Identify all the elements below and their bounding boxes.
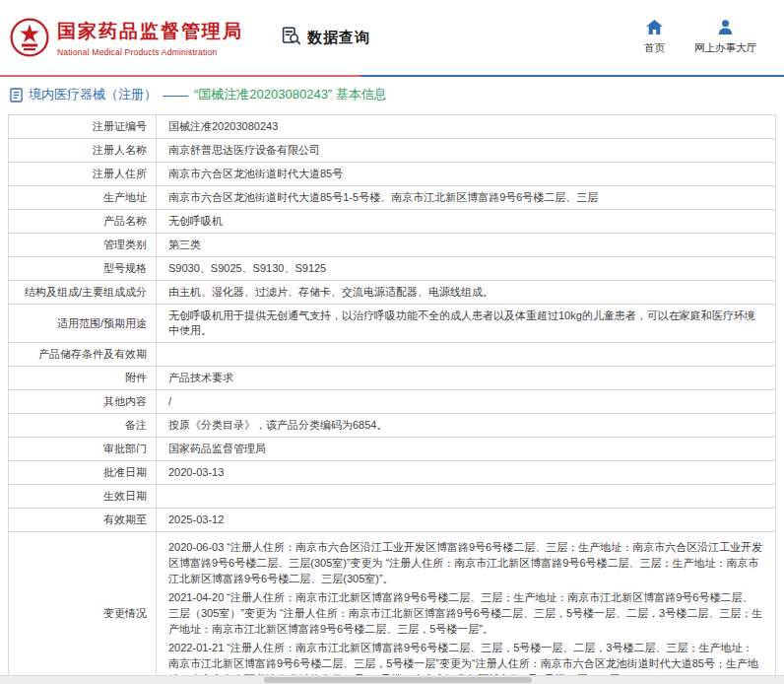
field-label: 结构及组成/主要组成成分 <box>9 281 157 305</box>
table-row: 变更情况2020-06-03 “注册人住所：南京市六合区沿江工业开发区博富路9号… <box>9 532 776 684</box>
site-title-block: 国家药品监督管理局 National Medical Products Admi… <box>57 19 243 57</box>
horizontal-scrollbar[interactable] <box>0 675 784 684</box>
person-icon <box>717 20 734 38</box>
field-value: 南京市六合区龙池街道时代大道85号1-5号楼、南京市江北新区博富路9号6号楼二层… <box>157 186 776 210</box>
table-row: 有效期至2025-03-12 <box>9 509 776 532</box>
table-row: 生效日期 <box>9 485 776 509</box>
field-value <box>157 343 776 367</box>
table-row: 审批部门国家药品监督管理局 <box>9 438 776 461</box>
breadcrumb-category[interactable]: 境内医疗器械（注册） <box>29 86 157 103</box>
home-icon <box>646 20 663 38</box>
field-label: 产品储存条件及有效期 <box>9 343 157 367</box>
nav-home-label: 首页 <box>644 41 665 55</box>
table-row: 管理类别第三类 <box>9 234 776 257</box>
table-row: 附件产品技术要求 <box>9 367 776 390</box>
site-header: 国家药品监督管理局 National Medical Products Admi… <box>0 0 784 75</box>
table-row: 批准日期2020-03-13 <box>9 461 776 485</box>
field-value <box>157 485 776 509</box>
field-value: 南京舒普思达医疗设备有限公司 <box>157 139 776 163</box>
table-row: 生产地址南京市六合区龙池街道时代大道85号1-5号楼、南京市江北新区博富路9号6… <box>9 186 776 210</box>
field-value: 由主机、湿化器、过滤片、存储卡、交流电源适配器、电源线组成。 <box>157 281 776 305</box>
field-value: 第三类 <box>157 234 776 257</box>
national-emblem-icon <box>10 18 49 57</box>
field-label: 注册人住所 <box>9 163 157 186</box>
page: 国家药品监督管理局 National Medical Products Admi… <box>0 0 784 684</box>
breadcrumb-separator: —— <box>163 88 188 103</box>
table-row: 适用范围/预期用途无创呼吸机用于提供无创通气支持，以治疗呼吸功能不全的成人患者以… <box>9 305 776 343</box>
field-label: 审批部门 <box>9 438 157 461</box>
field-value: 无创呼吸机 <box>157 210 776 234</box>
scrollbar-thumb[interactable] <box>264 677 532 683</box>
field-label: 变更情况 <box>9 532 157 684</box>
field-value: 南京市六合区龙池街道时代大道85号 <box>157 163 776 186</box>
table-row: 注册证编号国械注准20203080243 <box>9 115 776 139</box>
field-value: 无创呼吸机用于提供无创通气支持，以治疗呼吸功能不全的成人患者以及体重超过10kg… <box>157 305 776 343</box>
table-row: 产品名称无创呼吸机 <box>9 210 776 234</box>
table-row: 注册人住所南京市六合区龙池街道时代大道85号 <box>9 163 776 186</box>
nav-service-hall-label: 网上办事大厅 <box>694 41 756 55</box>
field-label: 附件 <box>9 367 157 390</box>
table-row: 型号规格S9030、S9025、S9130、S9125 <box>9 257 776 281</box>
data-query-label: 数据查询 <box>307 29 370 47</box>
field-label: 批准日期 <box>9 461 157 485</box>
field-label: 管理类别 <box>9 234 157 257</box>
field-value: 2020-03-13 <box>157 461 776 485</box>
breadcrumb-current: “国械注准20203080243” 基本信息 <box>194 86 387 103</box>
table-row: 其他内容/ <box>9 390 776 414</box>
field-value: 国家药品监督管理局 <box>157 438 776 461</box>
field-label: 注册人名称 <box>9 139 157 163</box>
data-query-tab[interactable]: 数据查询 <box>281 26 370 50</box>
field-value: 产品技术要求 <box>157 367 776 390</box>
field-value: 国械注准20203080243 <box>157 115 776 139</box>
site-title: 国家药品监督管理局 <box>57 19 243 44</box>
field-label: 生效日期 <box>9 485 157 509</box>
table-row: 注册人名称南京舒普思达医疗设备有限公司 <box>9 139 776 163</box>
info-table: 注册证编号国械注准20203080243注册人名称南京舒普思达医疗设备有限公司注… <box>8 114 776 684</box>
field-label: 生产地址 <box>9 186 157 210</box>
field-value: S9030、S9025、S9130、S9125 <box>157 257 776 281</box>
table-row: 产品储存条件及有效期 <box>9 343 776 367</box>
breadcrumb: 境内医疗器械（注册） —— “国械注准20203080243” 基本信息 <box>0 77 784 110</box>
field-label: 有效期至 <box>9 509 157 532</box>
info-table-body: 注册证编号国械注准20203080243注册人名称南京舒普思达医疗设备有限公司注… <box>9 115 776 684</box>
nmpa-logo[interactable]: 国家药品监督管理局 National Medical Products Admi… <box>10 18 243 57</box>
field-label: 备注 <box>9 414 157 438</box>
nav-service-hall[interactable]: 网上办事大厅 <box>694 20 756 55</box>
table-row: 备注按原《分类目录》，该产品分类编码为6854。 <box>9 414 776 438</box>
field-label: 注册证编号 <box>9 115 157 139</box>
data-query-icon <box>281 26 301 50</box>
field-label: 产品名称 <box>9 210 157 234</box>
top-navigation: 首页 网上办事大厅 <box>644 20 770 55</box>
field-label: 其他内容 <box>9 390 157 414</box>
field-value: 按原《分类目录》，该产品分类编码为6854。 <box>157 414 776 438</box>
field-label: 适用范围/预期用途 <box>9 305 157 343</box>
document-icon <box>10 88 23 103</box>
field-value: 2020-06-03 “注册人住所：南京市六合区沿江工业开发区博富路9号6号楼二… <box>157 532 776 684</box>
field-value: / <box>157 390 776 414</box>
change-record: 2020-06-03 “注册人住所：南京市六合区沿江工业开发区博富路9号6号楼二… <box>168 539 763 586</box>
table-row: 结构及组成/主要组成成分由主机、湿化器、过滤片、存储卡、交流电源适配器、电源线组… <box>9 281 776 305</box>
site-subtitle: National Medical Products Administration <box>57 47 243 57</box>
field-label: 型号规格 <box>9 257 157 281</box>
field-value: 2025-03-12 <box>157 509 776 532</box>
nav-home[interactable]: 首页 <box>644 20 665 55</box>
change-record: 2021-04-20 “注册人住所：南京市江北新区博富路9号6号楼二层、三层；生… <box>168 589 763 637</box>
